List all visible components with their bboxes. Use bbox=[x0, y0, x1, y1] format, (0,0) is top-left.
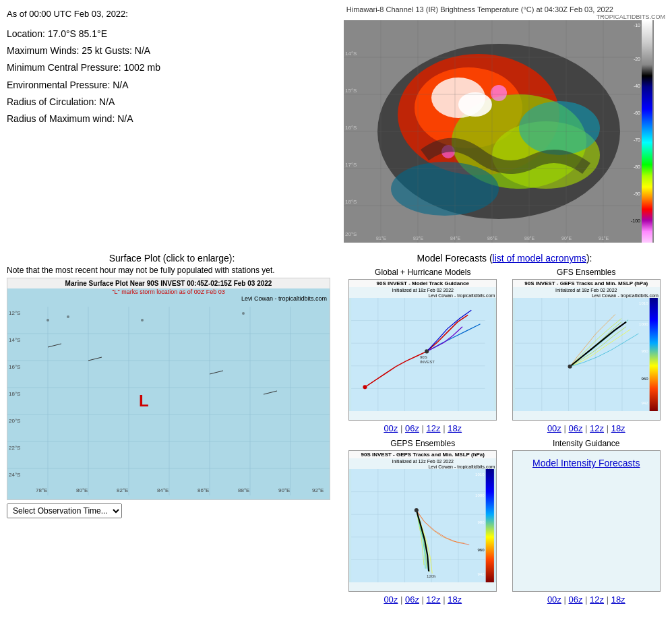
svg-text:90°E: 90°E bbox=[278, 487, 290, 493]
max-winds-line: Maximum Winds: 25 kt Gusts: N/A bbox=[7, 42, 337, 59]
gfs-ensembles-img-area: 1010 1000 980 960 942 bbox=[513, 298, 660, 411]
geps-ensembles-18z-link[interactable]: 18z bbox=[448, 594, 462, 605]
env-pressure-line: Environmental Pressure: N/A bbox=[7, 77, 337, 94]
svg-text:16°S: 16°S bbox=[9, 364, 20, 370]
svg-text:120h: 120h bbox=[427, 574, 436, 578]
global-hurricane-time-links: 00z | 06z | 12z | 18z bbox=[384, 423, 462, 433]
surface-map-subtitle: "L" marks storm location as of 00Z Feb 0… bbox=[7, 288, 330, 295]
svg-text:1000: 1000 bbox=[475, 493, 485, 497]
intensity-guidance-18z-link[interactable]: 18z bbox=[611, 594, 625, 605]
svg-text:18°S: 18°S bbox=[9, 391, 20, 397]
svg-text:14°S: 14°S bbox=[345, 51, 357, 57]
radius-max-wind-line: Radius of Maximum wind: N/A bbox=[7, 111, 337, 127]
model-forecasts-panel: Model Forecasts (list of model acronyms)… bbox=[344, 253, 665, 605]
satellite-panel: Himawari-8 Channel 13 (IR) Brightness Te… bbox=[344, 5, 665, 243]
gfs-ensembles-06z-link[interactable]: 06z bbox=[568, 423, 582, 433]
gfs-ensembles-00z-link[interactable]: 00z bbox=[547, 423, 561, 433]
intensity-guidance-06z-link[interactable]: 06z bbox=[568, 594, 582, 605]
svg-point-94 bbox=[425, 349, 429, 353]
svg-text:80°E: 80°E bbox=[76, 487, 88, 493]
model-acronyms-link[interactable]: list of model acronyms bbox=[493, 253, 586, 264]
gfs-ensembles-img-title: 90S INVEST - GEFS Tracks and Min. MSLP (… bbox=[513, 280, 660, 287]
geps-ensembles-img-title: 90S INVEST - GEPS Tracks and Min. MSLP (… bbox=[349, 451, 496, 458]
svg-text:92°E: 92°E bbox=[312, 487, 324, 493]
intensity-guidance-00z-link[interactable]: 00z bbox=[547, 594, 561, 605]
surface-map-svg: 12°S 14°S 16°S 18°S 20°S 22°S 24°S 78°E … bbox=[7, 307, 330, 495]
satellite-title: Himawari-8 Channel 13 (IR) Brightness Te… bbox=[344, 5, 665, 13]
svg-point-78 bbox=[242, 312, 245, 315]
satellite-image-container[interactable]: 14°S 15°S 16°S 17°S 18°S 20°S 81°E 83°E … bbox=[344, 20, 654, 243]
global-hurricane-label: Global + Hurricane Models bbox=[375, 268, 470, 277]
observation-time-select[interactable]: Select Observation Time... bbox=[7, 503, 122, 518]
gfs-ensembles-time-links: 00z | 06z | 12z | 18z bbox=[547, 423, 625, 433]
geps-ensembles-12z-link[interactable]: 12z bbox=[427, 594, 441, 605]
global-hurricane-cell: Global + Hurricane Models 90S INVEST - M… bbox=[344, 268, 502, 433]
svg-text:980: 980 bbox=[478, 520, 485, 524]
global-hurricane-18z-link[interactable]: 18z bbox=[448, 423, 462, 433]
global-hurricane-img-sub: Initialized at 18z Feb 02 2022 bbox=[349, 287, 496, 293]
satellite-image: 14°S 15°S 16°S 17°S 18°S 20°S 81°E 83°E … bbox=[344, 20, 654, 243]
storm-info-panel: As of 00:00 UTC Feb 03, 2022: Location: … bbox=[7, 5, 337, 243]
svg-rect-107 bbox=[649, 298, 657, 411]
radius-circulation-line: Radius of Circulation: N/A bbox=[7, 94, 337, 111]
svg-text:942: 942 bbox=[641, 400, 648, 405]
model-intensity-forecasts-link[interactable]: Model Intensity Forecasts bbox=[532, 458, 640, 468]
gfs-ensembles-image[interactable]: 90S INVEST - GEFS Tracks and Min. MSLP (… bbox=[512, 279, 661, 421]
svg-point-122 bbox=[415, 508, 419, 512]
geps-ensembles-image[interactable]: 90S INVEST - GEPS Tracks and Min. MSLP (… bbox=[348, 450, 497, 592]
geps-ensembles-cell: GEPS Ensembles 90S INVEST - GEPS Tracks … bbox=[344, 439, 502, 605]
svg-text:-10: -10 bbox=[634, 23, 640, 28]
surface-map-container[interactable]: Marine Surface Plot Near 90S INVEST 00:4… bbox=[7, 278, 330, 500]
svg-text:14°S: 14°S bbox=[9, 337, 20, 343]
gfs-ensembles-18z-link[interactable]: 18z bbox=[611, 423, 625, 433]
svg-text:-60: -60 bbox=[634, 111, 640, 115]
svg-point-76 bbox=[67, 315, 69, 318]
global-hurricane-img-author: Levi Cowan - tropicaltidbits.com bbox=[349, 293, 496, 298]
svg-text:20°S: 20°S bbox=[9, 418, 20, 424]
svg-text:12°S: 12°S bbox=[9, 310, 20, 316]
svg-text:942: 942 bbox=[478, 572, 485, 576]
gfs-ensembles-12z-link[interactable]: 12z bbox=[590, 423, 604, 433]
surface-note: Note that the most recent hour may not b… bbox=[7, 266, 337, 275]
gfs-ensembles-img-sub: Initialized at 18z Feb 02 2022 bbox=[513, 287, 660, 293]
global-hurricane-track-svg: 90S INVEST bbox=[349, 298, 496, 411]
geps-ensembles-track-svg: 120h 1010 1000 980 960 942 bbox=[349, 469, 496, 582]
svg-text:-90: -90 bbox=[634, 191, 640, 196]
svg-text:-80: -80 bbox=[634, 164, 640, 169]
svg-point-75 bbox=[47, 319, 49, 322]
min-pressure-line: Minimum Central Pressure: 1002 mb bbox=[7, 59, 337, 76]
svg-text:15°S: 15°S bbox=[345, 88, 357, 94]
svg-text:1010: 1010 bbox=[639, 301, 648, 305]
geps-ensembles-00z-link[interactable]: 00z bbox=[384, 594, 398, 605]
svg-text:84°E: 84°E bbox=[157, 487, 169, 493]
svg-text:16°S: 16°S bbox=[345, 125, 357, 131]
svg-text:1000: 1000 bbox=[639, 322, 648, 326]
svg-rect-113 bbox=[351, 469, 494, 582]
svg-text:-100: -100 bbox=[631, 218, 640, 223]
intensity-guidance-12z-link[interactable]: 12z bbox=[590, 594, 604, 605]
geps-ensembles-img-author: Levi Cowan - tropicaltidbits.com bbox=[349, 464, 496, 469]
surface-plot-panel: Surface Plot (click to enlarge): Note th… bbox=[7, 253, 337, 605]
svg-text:22°S: 22°S bbox=[9, 445, 20, 451]
svg-text:980: 980 bbox=[641, 348, 648, 353]
global-hurricane-00z-link[interactable]: 00z bbox=[384, 423, 398, 433]
geps-ensembles-img-area: 120h 1010 1000 980 960 942 bbox=[349, 469, 496, 582]
svg-text:91°E: 91°E bbox=[599, 236, 609, 241]
global-hurricane-12z-link[interactable]: 12z bbox=[427, 423, 441, 433]
svg-text:83°E: 83°E bbox=[413, 236, 424, 241]
surface-plot-title[interactable]: Surface Plot (click to enlarge): bbox=[7, 253, 337, 264]
svg-text:24°S: 24°S bbox=[9, 472, 20, 478]
intensity-guidance-image-box: Model Intensity Forecasts bbox=[512, 450, 661, 592]
info-block: Location: 17.0°S 85.1°E Maximum Winds: 2… bbox=[7, 26, 337, 127]
observation-time-select-container[interactable]: Select Observation Time... bbox=[7, 503, 337, 518]
svg-text:78°E: 78°E bbox=[36, 487, 47, 493]
geps-ensembles-label: GEPS Ensembles bbox=[390, 439, 455, 448]
global-hurricane-image[interactable]: 90S INVEST - Model Track Guidance Initia… bbox=[348, 279, 497, 421]
global-hurricane-img-title: 90S INVEST - Model Track Guidance bbox=[349, 280, 496, 287]
svg-point-93 bbox=[363, 385, 367, 389]
global-hurricane-06z-link[interactable]: 06z bbox=[405, 423, 419, 433]
svg-rect-46 bbox=[7, 307, 330, 495]
geps-ensembles-06z-link[interactable]: 06z bbox=[405, 594, 419, 605]
svg-point-77 bbox=[141, 319, 144, 322]
svg-text:-20: -20 bbox=[634, 57, 640, 61]
